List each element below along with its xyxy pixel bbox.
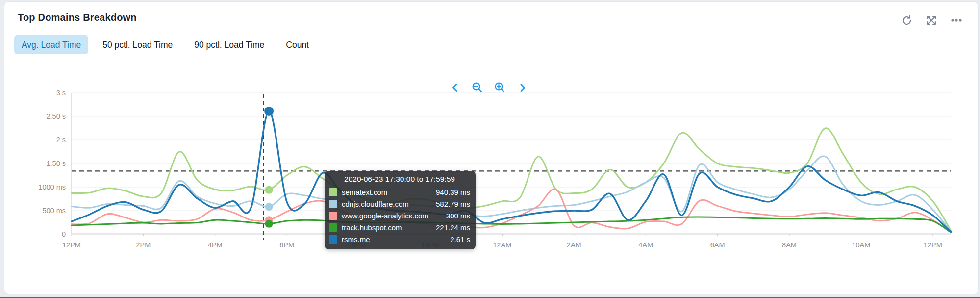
tooltip-row: cdnjs.cloudflare.com 582.79 ms: [329, 198, 470, 210]
series-name: rsms.me: [342, 235, 446, 244]
panel-actions: [900, 13, 963, 27]
series-value: 582.79 ms: [436, 200, 470, 208]
series-swatch: [329, 200, 337, 208]
series-name: sematext.com: [342, 188, 432, 196]
pan-left-button[interactable]: [447, 81, 463, 96]
tab-90pctl-load-time[interactable]: 90 pctl. Load Time: [187, 35, 272, 54]
page-background-strip: [0, 294, 980, 298]
series-name: cdnjs.cloudflare.com: [342, 200, 432, 208]
series-value: 300 ms: [446, 212, 470, 220]
series-swatch: [329, 212, 337, 220]
series-swatch: [329, 223, 337, 232]
ellipsis-icon: [951, 18, 962, 22]
tab-count[interactable]: Count: [278, 35, 316, 54]
more-button[interactable]: [950, 13, 963, 27]
zoom-out-icon: [472, 82, 483, 95]
tab-50pctl-load-time[interactable]: 50 pctl. Load Time: [95, 35, 180, 54]
metric-tabs: Avg. Load Time 50 pctl. Load Time 90 pct…: [14, 34, 316, 55]
chevron-right-icon: [519, 83, 526, 94]
chart-tooltip: 2020-06-23 17:30:00 to 17:59:59 sematext…: [325, 171, 476, 249]
series-name: www.google-analytics.com: [342, 212, 442, 220]
tab-avg-load-time[interactable]: Avg. Load Time: [14, 35, 88, 54]
tooltip-timerange: 2020-06-23 17:30:00 to 17:59:59: [329, 175, 470, 184]
tooltip-row: www.google-analytics.com 300 ms: [329, 210, 470, 221]
chart-zoom-toolbar: [447, 81, 530, 96]
zoom-in-icon: [494, 82, 506, 95]
series-value: 221.24 ms: [436, 223, 470, 232]
series-swatch: [329, 235, 337, 244]
tooltip-row: track.hubspot.com 221.24 ms: [329, 221, 470, 233]
page-title: Top Domains Breakdown: [18, 12, 137, 23]
chevron-left-icon: [452, 83, 458, 94]
refresh-button[interactable]: [900, 13, 913, 27]
expand-button[interactable]: [925, 13, 938, 27]
pan-right-button[interactable]: [515, 81, 530, 96]
top-domains-panel: Top Domains Breakdown: [4, 1, 979, 294]
series-name: track.hubspot.com: [342, 223, 432, 232]
zoom-out-button[interactable]: [470, 81, 485, 96]
zoom-in-button[interactable]: [492, 81, 508, 96]
tooltip-row: rsms.me 2.61 s: [329, 233, 470, 245]
refresh-icon: [901, 15, 912, 26]
series-value: 2.61 s: [450, 235, 470, 244]
series-value: 940.39 ms: [436, 188, 470, 196]
expand-icon: [926, 15, 937, 26]
tooltip-row: sematext.com 940.39 ms: [329, 186, 470, 198]
series-swatch: [329, 188, 337, 196]
